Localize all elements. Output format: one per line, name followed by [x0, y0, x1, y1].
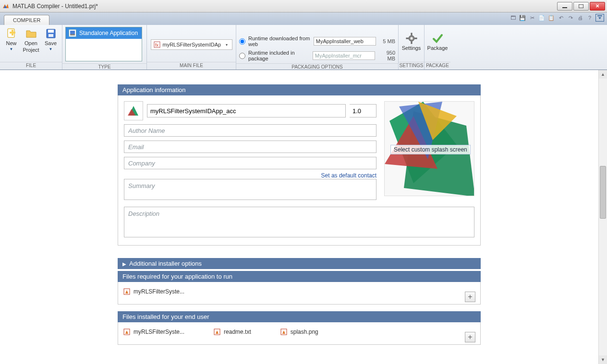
runtime-web-option[interactable]: Runtime downloaded from web 5 MB — [239, 35, 395, 47]
set-default-contact-link[interactable]: Set as default contact — [124, 172, 376, 179]
minimize-button[interactable] — [557, 2, 572, 11]
splash-screen-picker[interactable]: Select custom splash screen — [384, 101, 474, 196]
qat-collapse-icon[interactable] — [595, 14, 604, 22]
additional-options-header[interactable]: Additional installer options — [118, 258, 481, 269]
runtime-mcr-option[interactable]: Runtime included in package 950 MB — [239, 50, 395, 61]
window-title: MATLAB Compiler - Untitled1.prj* — [12, 3, 557, 10]
required-file-item[interactable]: myRLSFilterSyste... — [123, 288, 184, 295]
svg-rect-11 — [70, 34, 75, 35]
main-file-name: myRLSFilterSystemIDAp — [163, 42, 221, 47]
ribbon-tab-row: COMPILER 🗔 💾 ✂ 📄 📋 ↶ ↷ 🖨 ? — [0, 12, 607, 25]
mfile-icon: fx — [153, 41, 161, 48]
add-required-file-button[interactable]: + — [465, 292, 475, 302]
qat-icon[interactable]: 🗔 — [509, 14, 517, 22]
maximize-button[interactable] — [573, 2, 589, 11]
scroll-thumb[interactable] — [600, 166, 606, 219]
content-stage: Application information — [0, 70, 607, 364]
scroll-up-icon[interactable]: ▲ — [599, 70, 607, 79]
svg-point-15 — [410, 37, 413, 40]
type-standalone[interactable]: Standalone Application — [66, 27, 142, 39]
gear-icon — [406, 33, 417, 44]
package-button[interactable]: Package — [428, 32, 447, 51]
appinfo-panel: Set as default contact Select custom — [118, 95, 481, 246]
qat-help-icon[interactable]: ? — [586, 14, 594, 22]
runtime-web-radio[interactable] — [239, 38, 245, 45]
application-icon — [69, 29, 76, 37]
settings-label: Settings — [402, 45, 421, 51]
installer-name-web[interactable] — [314, 37, 376, 46]
company-field[interactable] — [124, 157, 376, 169]
mfile-icon — [123, 288, 131, 295]
save-button[interactable]: Save ▼ — [42, 27, 59, 51]
tab-compiler[interactable]: COMPILER — [4, 15, 49, 25]
dropdown-arrow-icon: ▼ — [10, 47, 13, 51]
qat-print-icon[interactable]: 🖨 — [576, 14, 584, 22]
installer-size-mcr: 950 MB — [378, 50, 395, 61]
qat-cut-icon[interactable]: ✂ — [528, 14, 536, 22]
title-bar: MATLAB Compiler - Untitled1.prj* ✕ — [0, 0, 607, 12]
scroll-down-icon[interactable]: ▼ — [599, 355, 607, 364]
group-caption: PACKAGING OPTIONS — [236, 63, 398, 70]
description-field[interactable] — [124, 207, 474, 237]
svg-rect-0 — [562, 7, 567, 8]
svg-rect-19 — [415, 38, 417, 39]
installed-file-item[interactable]: readme.txt — [213, 328, 251, 336]
open-project-button[interactable]: Open Project — [23, 27, 39, 53]
type-label: Standalone Application — [79, 30, 138, 36]
dropdown-arrow-icon: ▼ — [49, 47, 53, 51]
content-scroll: Application information — [0, 70, 598, 364]
file-name: splash.png — [291, 329, 318, 335]
check-icon — [432, 33, 443, 44]
open-label1: Open — [24, 40, 37, 46]
mfile-icon — [123, 328, 131, 336]
group-caption: FILE — [0, 62, 62, 70]
svg-rect-8 — [48, 30, 54, 33]
quick-access-toolbar: 🗔 💾 ✂ 📄 📋 ↶ ↷ 🖨 ? — [509, 14, 604, 22]
svg-rect-6 — [12, 30, 13, 35]
window-controls: ✕ — [557, 2, 605, 11]
app-icon-picker[interactable] — [124, 101, 143, 120]
close-button[interactable]: ✕ — [590, 2, 605, 11]
new-icon — [6, 28, 17, 39]
svg-text:fx: fx — [155, 43, 159, 47]
svg-rect-17 — [411, 42, 412, 44]
qat-redo-icon[interactable]: ↷ — [567, 14, 574, 22]
installer-size-web: 5 MB — [379, 38, 395, 44]
app-name-field[interactable] — [147, 104, 346, 117]
group-caption: SETTINGS — [399, 62, 424, 70]
svg-rect-10 — [70, 31, 75, 34]
installed-file-item[interactable]: splash.png — [280, 328, 318, 336]
installer-name-mcr — [313, 51, 375, 60]
new-label: New — [6, 40, 16, 46]
ribbon-group-file: New ▼ Open Project Save ▼ FILE — [0, 25, 62, 70]
mfile-icon — [280, 328, 288, 336]
author-name-field[interactable] — [124, 124, 376, 137]
save-icon — [45, 28, 57, 39]
svg-rect-16 — [411, 33, 412, 35]
files-installed-header: Files installed for your end user — [118, 311, 481, 322]
ribbon-group-type: Standalone Application TYPE — [62, 25, 147, 70]
vertical-scrollbar[interactable]: ▲ ▼ — [598, 70, 607, 364]
qat-save-icon[interactable]: 💾 — [519, 14, 526, 22]
app-version-field[interactable] — [350, 104, 376, 117]
add-installed-file-button[interactable]: + — [465, 332, 475, 342]
qat-paste-icon[interactable]: 📋 — [547, 14, 555, 22]
settings-button[interactable]: Settings — [402, 32, 421, 51]
svg-rect-1 — [579, 4, 583, 8]
qat-copy-icon[interactable]: 📄 — [538, 14, 546, 22]
ribbon-group-mainfile: fx myRLSFilterSystemIDAp ▾ MAIN FILE — [147, 25, 236, 70]
file-name: myRLSFilterSyste... — [134, 329, 184, 335]
email-field[interactable] — [124, 141, 376, 153]
installed-file-item[interactable]: myRLSFilterSyste... — [123, 328, 184, 336]
new-button[interactable]: New ▼ — [3, 27, 20, 51]
svg-marker-3 — [598, 17, 601, 19]
application-type-list[interactable]: Standalone Application — [65, 27, 142, 61]
group-caption: TYPE — [62, 63, 146, 70]
summary-field[interactable] — [124, 179, 376, 200]
qat-undo-icon[interactable]: ↶ — [557, 14, 565, 22]
runtime-mcr-radio[interactable] — [239, 53, 245, 59]
svg-rect-18 — [406, 38, 408, 39]
dropdown-icon[interactable]: ▾ — [223, 41, 230, 48]
main-file-field[interactable]: fx myRLSFilterSystemIDAp ▾ — [151, 39, 232, 50]
package-label: Package — [427, 45, 448, 51]
